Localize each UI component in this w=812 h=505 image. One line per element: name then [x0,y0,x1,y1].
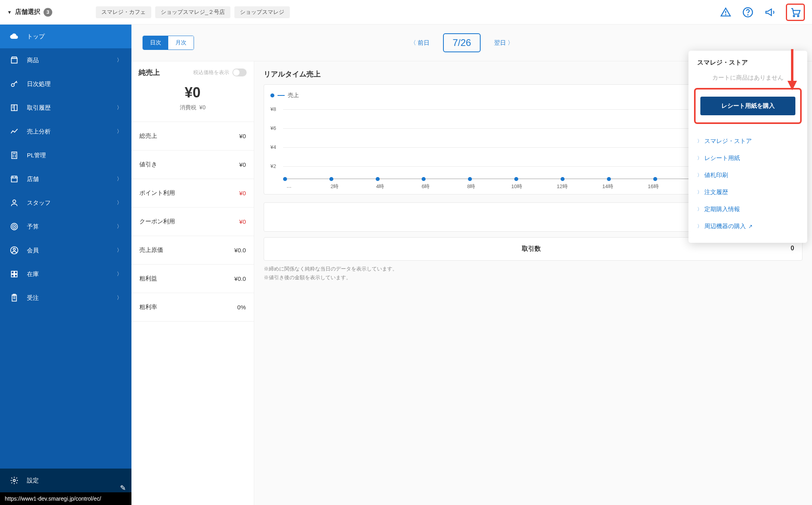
legend-dot-icon [270,93,274,97]
cart-icon [789,6,802,19]
data-point [376,177,380,181]
sidebar-item-5[interactable]: PL管理 [0,143,131,167]
chevron-right-icon: 〉 [117,247,122,254]
prev-day-button[interactable]: 〈 前日 [410,39,430,47]
popover-link[interactable]: 〉 周辺機器の購入 ↗ [697,218,799,235]
popover-link-label: 周辺機器の購入 [704,223,746,230]
svg-point-7 [11,84,14,86]
popover-link[interactable]: 〉 スマレジ・ストア [697,133,799,150]
target-icon [10,222,19,231]
chevron-right-icon: 〉 [117,104,122,111]
sidebar-item-label: 在庫 [27,271,39,278]
cart-button[interactable] [786,4,805,21]
popover-empty: カートに商品はありません [688,72,807,88]
alert-icon[interactable] [719,6,732,19]
store-chip[interactable]: ショップスマレジ [234,6,290,18]
svg-rect-6 [11,58,17,63]
sidebar-item-label: 設定 [27,477,39,484]
sidebar-item-label: 受注 [27,294,39,302]
book-icon [10,103,19,112]
data-point [283,177,287,181]
y-tick-label: ¥6 [270,125,276,131]
svg-point-16 [13,156,13,157]
svg-point-23 [14,226,15,227]
sidebar-item-9[interactable]: 会員 〉 [0,238,131,262]
announce-icon[interactable] [764,6,776,19]
next-day-button[interactable]: 翌日 〉 [494,39,513,47]
chevron-right-icon: 〉 [117,175,122,183]
popover-link[interactable]: 〉 定期購入情報 [697,201,799,218]
svg-point-34 [13,479,15,482]
realtime-notes: ※締めに関係なく純粋な当日のデータを表示しています。 ※値引き後の金額を表示して… [264,265,802,282]
svg-rect-27 [15,271,17,274]
popover-link-label: 注文履歴 [704,189,728,196]
y-tick-label: ¥2 [270,163,276,169]
data-point [514,177,518,181]
metric-label: 粗利益 [139,275,157,282]
svg-point-5 [797,15,799,17]
svg-point-3 [747,14,748,15]
metric-row: 総売上 ¥0 [131,122,254,151]
caret-down-icon: ▼ [7,10,12,15]
cloud-icon [10,32,19,41]
x-tick-label: 14時 [602,183,614,190]
store-chip[interactable]: ショップスマレジ_２号店 [155,6,230,18]
help-icon[interactable] [742,6,754,19]
chevron-right-icon: 〉 [117,223,122,230]
edit-icon[interactable]: ✎ [120,484,126,492]
sidebar-item-label: スタッフ [27,199,51,207]
sidebar-item-10[interactable]: 在庫 〉 [0,262,131,286]
chevron-left-icon: 〈 [410,39,416,47]
metric-row: 値引き ¥0 [131,151,254,179]
date-display[interactable]: 7/26 [443,33,481,52]
main-content: 日次 月次 〈 前日 7/26 翌日 〉 [131,25,812,505]
store-chip[interactable]: スマレジ・カフェ [96,6,151,18]
metric-value: ¥0 [239,133,246,139]
sidebar-item-label: 会員 [27,247,39,254]
chevron-right-icon: 〉 [117,294,122,301]
chevron-right-icon: 〉 [697,172,702,179]
sidebar-item-4[interactable]: 売上分析 〉 [0,120,131,143]
svg-point-4 [793,15,795,17]
x-tick-label: 10時 [511,183,523,190]
switch-icon [232,69,247,76]
clipboard-icon [10,293,19,303]
metric-row: 売上原価 ¥0.0 [131,236,254,265]
sidebar-item-label: 取引履歴 [27,104,51,112]
metric-label: 値引き [139,161,157,168]
user-icon [10,246,19,255]
popover-link[interactable]: 〉 注文履歴 [697,184,799,201]
chevron-right-icon: 〉 [697,223,702,230]
metric-row: ポイント利用 ¥0 [131,179,254,208]
sidebar-item-8[interactable]: 予算 〉 [0,215,131,238]
store-select[interactable]: ▼ 店舗選択 3 [7,8,52,17]
sidebar-item-label: 売上分析 [27,128,51,135]
popover-link[interactable]: 〉 値札印刷 [697,167,799,184]
sidebar-item-settings[interactable]: 設定 [0,469,131,492]
cart-popover: スマレジ・ストア カートに商品はありません レシート用紙を購入 〉 スマレジ・ス… [688,51,807,243]
sidebar-item-0[interactable]: トップ [0,25,131,48]
chevron-right-icon: 〉 [697,189,702,196]
metric-row: クーポン利用 ¥0 [131,208,254,236]
sidebar-item-6[interactable]: 店舗 〉 [0,167,131,191]
sidebar-item-1[interactable]: 商品 〉 [0,48,131,72]
sidebar-item-2[interactable]: 日次処理 [0,72,131,96]
data-point [653,177,657,181]
data-point [422,177,426,181]
chevron-right-icon: 〉 [117,199,122,206]
tax-toggle[interactable]: 税込価格を表示 [193,69,247,76]
svg-point-17 [15,156,15,157]
popover-link[interactable]: 〉 レシート用紙 [697,150,799,167]
metric-value: 0% [237,304,246,311]
seg-monthly[interactable]: 月次 [168,36,194,50]
x-tick-label: 16時 [647,183,659,190]
sidebar-item-11[interactable]: 受注 〉 [0,286,131,310]
buy-receipt-paper-button[interactable]: レシート用紙を購入 [700,97,795,115]
metric-label: ポイント利用 [139,189,175,197]
sidebar-item-7[interactable]: スタッフ 〉 [0,191,131,215]
svg-rect-12 [12,152,17,159]
sidebar-item-3[interactable]: 取引履歴 〉 [0,96,131,120]
seg-daily[interactable]: 日次 [143,36,168,50]
svg-rect-29 [15,274,17,277]
x-tick-label: 12時 [556,183,568,190]
